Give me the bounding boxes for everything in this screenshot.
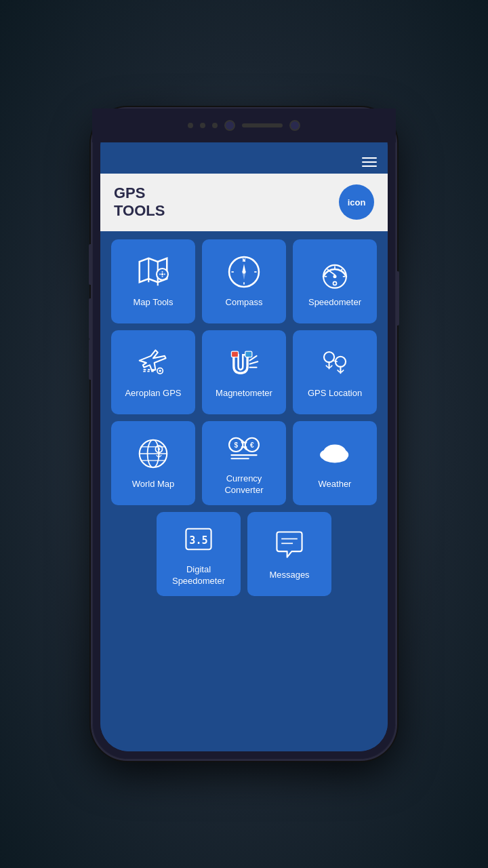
speaker (242, 123, 283, 127)
map-tools-label: Map Tools (129, 297, 177, 309)
camera-dot-3 (212, 123, 218, 128)
digital-speed-icon: 3.5 (180, 521, 217, 557)
messages-label: Messages (265, 570, 313, 581)
svg-line-32 (249, 362, 258, 364)
svg-rect-29 (231, 351, 238, 357)
grid-item-currency[interactable]: $ € Currency Converter (202, 421, 286, 505)
weather-icon (317, 435, 353, 472)
compass-label: Compass (222, 297, 267, 309)
app-title-line1: GPS (114, 184, 165, 202)
grid-item-compass[interactable]: N Compass (202, 239, 286, 323)
grid-item-world-map[interactable]: World Map (111, 421, 195, 505)
front-camera (224, 120, 235, 131)
svg-text:€: € (250, 441, 254, 449)
grid-item-gps-location[interactable]: GPS Location (293, 330, 377, 414)
svg-marker-11 (242, 264, 245, 273)
app-logo: icon (339, 184, 374, 220)
world-map-label: World Map (128, 479, 179, 490)
grid-row-2: Aeroplan GPS Magnetometer (110, 330, 378, 414)
svg-point-42 (158, 448, 160, 450)
camera-dot-2 (200, 123, 205, 128)
grid-item-messages[interactable]: Messages (247, 512, 331, 596)
grid-item-map-tools[interactable]: Map Tools (111, 239, 195, 323)
aeroplan-icon (135, 344, 171, 381)
world-map-icon (135, 435, 171, 472)
magnetometer-icon (226, 344, 262, 381)
currency-icon: $ € (226, 430, 262, 467)
grid-row-bottom: 3.5 Digital Speedometer Messages (110, 512, 378, 603)
svg-text:$: $ (234, 441, 238, 449)
grid-item-magnetometer[interactable]: Magnetometer (202, 330, 286, 414)
compass-icon: N (226, 254, 262, 290)
messages-icon (271, 526, 308, 563)
svg-point-7 (161, 273, 163, 275)
app-title-line2: TOOLS (114, 202, 165, 220)
nav-bar (100, 151, 388, 174)
app-container: GPS TOOLS icon (100, 151, 388, 751)
camera-bar (92, 108, 396, 142)
speedometer-icon (317, 254, 353, 290)
svg-text:3.5: 3.5 (189, 534, 207, 547)
currency-label: Currency Converter (202, 473, 286, 496)
hamburger-menu[interactable] (362, 157, 377, 167)
phone-frame: GPS TOOLS icon (92, 108, 396, 760)
app-grid: Map Tools N (100, 231, 388, 751)
app-title: GPS TOOLS (114, 184, 165, 220)
svg-marker-12 (242, 272, 245, 280)
svg-rect-30 (245, 351, 252, 357)
grid-item-speedometer[interactable]: Speedometer (293, 239, 377, 323)
grid-row-3: World Map $ € (110, 421, 378, 505)
aeroplan-label: Aeroplan GPS (121, 388, 185, 399)
svg-point-52 (322, 452, 347, 463)
grid-item-digital-speedometer[interactable]: 3.5 Digital Speedometer (157, 512, 241, 596)
app-header: GPS TOOLS icon (100, 174, 388, 231)
svg-point-25 (333, 282, 336, 285)
gps-location-label: GPS Location (304, 388, 366, 399)
grid-item-weather[interactable]: Weather (293, 421, 377, 505)
svg-line-24 (329, 271, 335, 275)
map-tools-icon (135, 254, 171, 290)
gps-location-icon (317, 344, 353, 381)
grid-row-1: Map Tools N (110, 239, 378, 323)
svg-point-28 (159, 370, 161, 372)
weather-label: Weather (314, 479, 356, 490)
front-camera-2 (289, 120, 300, 131)
digital-speedometer-label: Digital Speedometer (157, 564, 241, 587)
grid-item-aeroplan[interactable]: Aeroplan GPS (111, 330, 195, 414)
magnetometer-label: Magnetometer (211, 388, 277, 399)
phone-screen: GPS TOOLS icon (100, 117, 388, 751)
camera-dot-1 (188, 123, 193, 128)
speedometer-label: Speedometer (304, 297, 365, 309)
